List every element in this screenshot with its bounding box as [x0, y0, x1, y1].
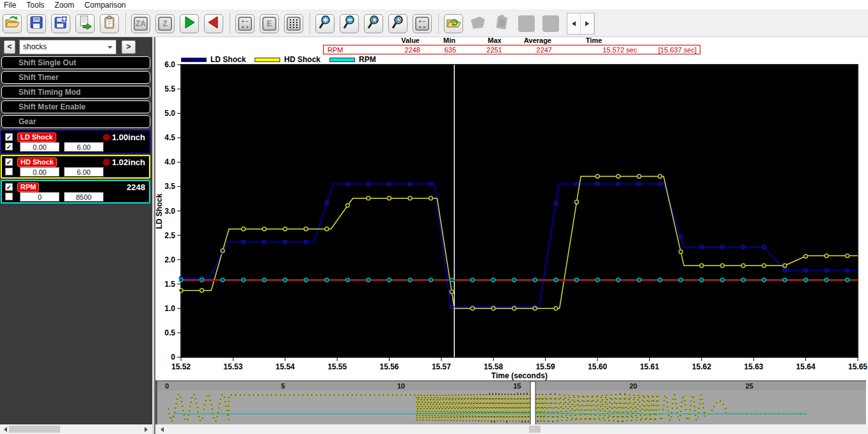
svg-text:15.59: 15.59 — [536, 362, 555, 371]
channel-max-field[interactable] — [64, 167, 104, 177]
menu-file[interactable]: File — [4, 1, 16, 10]
menu-zoom[interactable]: Zoom — [54, 1, 74, 10]
open-file-button[interactable] — [3, 14, 22, 33]
svg-text:15.64: 15.64 — [796, 362, 816, 371]
math-grid-button[interactable]: + −× = — [413, 14, 432, 33]
sidebar-item-shift-single-out[interactable]: Shift Single Out — [1, 56, 150, 69]
overview-strip[interactable]: 0510152025 — [155, 380, 866, 424]
channel-scale-checkbox[interactable] — [5, 168, 13, 175]
sidebar-scroll-thumb[interactable] — [9, 426, 60, 433]
stats-row: RPM 2248 635 2251 2247 15.572 sec [15.63… — [323, 45, 700, 54]
channel-group-select[interactable]: shocks — [19, 40, 116, 54]
math-channel-button[interactable]: + −× ÷ — [235, 14, 255, 33]
sidebar-item-shift-timer[interactable]: Shift Timer — [1, 71, 150, 84]
zoom-page-button[interactable] — [364, 14, 383, 33]
svg-text:6.0: 6.0 — [164, 61, 175, 69]
menu-tools[interactable]: Tools — [26, 1, 44, 10]
e-key-icon: E — [262, 17, 276, 31]
svg-text:15: 15 — [514, 382, 521, 390]
clipboard-icon — [102, 15, 116, 32]
zoom-time-button[interactable] — [388, 14, 407, 33]
svg-text:15.61: 15.61 — [640, 362, 659, 371]
floppy-icon — [29, 15, 43, 32]
play-back-button[interactable] — [204, 14, 223, 33]
save-button[interactable] — [27, 14, 46, 33]
svg-text:15.57: 15.57 — [432, 362, 451, 371]
zoom-last-button[interactable]: Z — [155, 14, 175, 33]
main-hscrollbar[interactable] — [155, 424, 868, 434]
prev-group-button[interactable]: < — [4, 40, 15, 54]
gray-clipboard-icon — [494, 14, 510, 33]
next-page-button[interactable] — [581, 13, 594, 34]
zoom-out-button[interactable] — [340, 14, 359, 33]
play-forward-button[interactable] — [180, 14, 199, 33]
main-chart-plot[interactable]: 6.05.55.04.54.03.53.02.52.01.51.00.5015.… — [155, 61, 868, 382]
svg-text:15.53: 15.53 — [223, 362, 242, 371]
channel-group-nav: < shocks > — [0, 40, 152, 55]
menu-bar: File Tools Zoom Comparison — [0, 0, 868, 10]
math-icon: + −× ÷ — [238, 17, 252, 31]
export-button[interactable] — [75, 14, 95, 33]
next-group-button[interactable]: > — [122, 40, 136, 54]
chevron-down-icon — [107, 46, 113, 51]
svg-text:5.0: 5.0 — [164, 109, 175, 118]
page-nav-group — [567, 13, 595, 35]
save-as-button[interactable] — [51, 14, 70, 33]
channel-visible-checkbox[interactable]: ✓ — [5, 183, 13, 191]
toolbar-separator — [125, 13, 126, 34]
left-arrow-icon — [572, 21, 576, 26]
channel-scale-checkbox[interactable]: ✓ — [5, 143, 13, 150]
channel-min-field[interactable] — [20, 167, 59, 177]
back-icon — [207, 15, 221, 32]
overview-cursor-handle — [530, 382, 535, 424]
e-button[interactable]: E — [260, 14, 279, 33]
menu-comparison[interactable]: Comparison — [84, 1, 126, 10]
svg-text:15.58: 15.58 — [484, 362, 503, 371]
channel-name-badge[interactable]: LD Shock — [17, 133, 56, 142]
svg-text:15.65: 15.65 — [848, 362, 867, 371]
channel-scale-checkbox[interactable] — [5, 193, 13, 200]
zoom-all-button[interactable]: ZA — [131, 14, 150, 33]
sidebar-item-shift-mster-enable[interactable]: Shift Mster Enable — [1, 100, 150, 113]
compare-open-button[interactable] — [444, 14, 463, 33]
prev-page-button[interactable] — [567, 13, 581, 34]
zoom-in-button[interactable] — [315, 14, 335, 33]
channel-min-field[interactable] — [20, 192, 59, 202]
svg-text:1.5: 1.5 — [164, 280, 175, 289]
scroll-right-icon[interactable] — [142, 426, 150, 432]
channel-name-badge[interactable]: RPM — [17, 182, 39, 192]
channel-max-field[interactable] — [64, 192, 104, 202]
channel-name-badge[interactable]: HD Shock — [17, 157, 57, 167]
svg-text:15.52: 15.52 — [171, 362, 191, 371]
channel-visible-checkbox[interactable]: ✓ — [5, 158, 13, 166]
toolbar-separator — [230, 13, 230, 34]
channel-panel: ✓ HD Shock 1.02inch — [1, 155, 150, 179]
sidebar-hscrollbar[interactable] — [0, 424, 152, 434]
export-page-icon — [78, 15, 92, 32]
dot-grid-icon — [287, 17, 301, 31]
za-key-icon: ZA — [134, 17, 148, 31]
svg-text:4.0: 4.0 — [164, 157, 175, 166]
main-scroll-thumb[interactable] — [529, 426, 541, 433]
open-folder-icon — [4, 15, 20, 32]
stats-min: 635 — [420, 46, 456, 54]
channel-sidebar: < shocks > Shift Single Out Shift Timer … — [0, 37, 152, 424]
channel-max-field[interactable] — [64, 142, 104, 152]
stats-header-min: Min — [420, 36, 455, 45]
svg-text:4.5: 4.5 — [164, 133, 175, 142]
scroll-left-icon[interactable] — [158, 426, 166, 432]
svg-text:1.0: 1.0 — [164, 304, 175, 313]
zoom-page-icon — [366, 15, 381, 33]
svg-text:20: 20 — [629, 382, 637, 390]
math2-icon: + −× = — [415, 17, 429, 31]
channel-visible-checkbox[interactable]: ✓ — [5, 133, 13, 141]
scroll-left-icon[interactable] — [1, 426, 9, 432]
dots-button[interactable] — [284, 14, 303, 33]
svg-text:2.0: 2.0 — [164, 255, 175, 264]
clipboard-button[interactable] — [100, 14, 119, 33]
sidebar-item-shift-timing-mod[interactable]: Shift Timing Mod — [1, 86, 150, 99]
channel-min-field[interactable] — [20, 142, 59, 152]
stats-header-average: Average — [501, 36, 551, 45]
sidebar-item-gear[interactable]: Gear — [1, 115, 150, 128]
channel-panel: ✓ RPM 2248 — [1, 180, 150, 204]
